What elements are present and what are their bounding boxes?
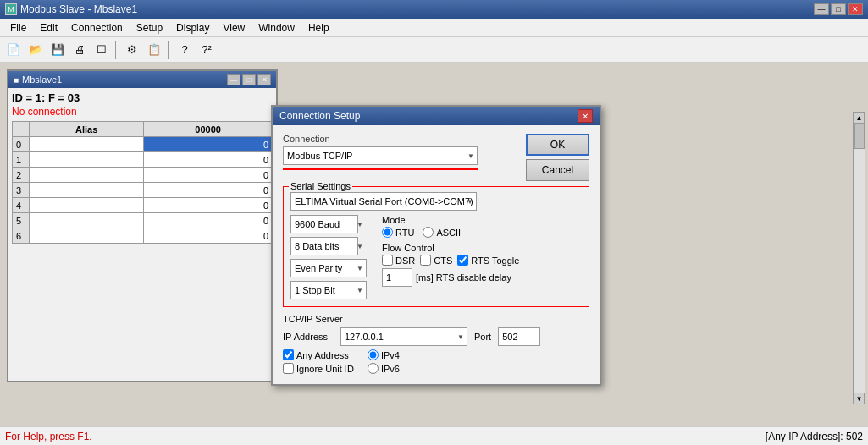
close-button[interactable]: ✕ (848, 3, 863, 15)
row-number: 2 (13, 168, 30, 183)
about-button[interactable]: ?² (196, 41, 217, 59)
ip-address-dropdown[interactable]: 127.0.0.1 (340, 327, 467, 346)
minimize-button[interactable]: — (814, 3, 829, 15)
tcp-ip-section: TCP/IP Server IP Address 127.0.0.1 Port (283, 314, 589, 374)
row-alias (30, 198, 144, 213)
toolbar-separator-2 (168, 41, 171, 59)
connection-border (283, 168, 478, 170)
stop-bits-dropdown[interactable]: 1 Stop Bit (290, 281, 367, 299)
menu-help[interactable]: Help (301, 20, 336, 36)
status-right: [Any IP Address]: 502 (766, 431, 863, 442)
cancel-button[interactable]: Cancel (526, 159, 589, 181)
status-bar: For Help, press F1. [Any IP Address]: 50… (0, 426, 868, 445)
menu-edit[interactable]: Edit (33, 20, 64, 36)
menu-view[interactable]: View (216, 20, 252, 36)
table-header-alias: Alias (30, 122, 144, 137)
row-value: 0 (144, 228, 273, 244)
print-button[interactable]: 🖨 (69, 41, 90, 59)
cts-checkbox[interactable] (420, 255, 431, 266)
options-row: Any Address Ignore Unit ID IPv4 (283, 349, 589, 374)
inner-title-bar: ■ Mbslave1 — □ ✕ (8, 71, 276, 88)
ipv6-option[interactable]: IPv6 (368, 363, 400, 374)
row-value: 0 (144, 168, 273, 183)
port-input[interactable] (498, 327, 540, 346)
connection-row: Connection Modbus TCP/IP OK Cancel (283, 134, 589, 181)
maximize-button[interactable]: □ (831, 3, 846, 15)
dialog-body: Connection Modbus TCP/IP OK Cancel Seri (273, 125, 600, 384)
cts-label: CTS (434, 255, 452, 266)
menu-connection[interactable]: Connection (64, 20, 130, 36)
table-row: 60 (13, 228, 273, 244)
new-button[interactable]: 📄 (3, 41, 24, 59)
ipv4-label: IPv4 (381, 350, 400, 360)
any-address-checkbox[interactable] (283, 349, 294, 360)
serial-right-col: Mode RTU ASCII (382, 215, 582, 299)
ok-button[interactable]: OK (526, 134, 589, 156)
menu-window[interactable]: Window (252, 20, 301, 36)
row-alias (30, 228, 144, 244)
dialog-close-button[interactable]: ✕ (578, 109, 593, 123)
inner-window-controls: — □ ✕ (227, 74, 271, 85)
menu-display[interactable]: Display (169, 20, 216, 36)
menu-file[interactable]: File (3, 20, 33, 36)
rts-toggle-label: RTS Toggle (471, 255, 519, 266)
serial-port-row: ELTIMA Virtual Serial Port (COM8->COM7) (290, 192, 582, 211)
row-number: 4 (13, 198, 30, 213)
inner-close-button[interactable]: ✕ (257, 74, 271, 85)
scroll-track (854, 124, 865, 393)
scroll-down-button[interactable]: ▼ (854, 393, 865, 404)
mode-radio-group: RTU ASCII (382, 227, 582, 238)
ipv4-radio[interactable] (368, 349, 379, 360)
scroll-thumb[interactable] (854, 124, 865, 149)
table-row: 50 (13, 213, 273, 228)
ignore-unit-id-option[interactable]: Ignore Unit ID (283, 363, 354, 374)
connection-dropdown[interactable]: Modbus TCP/IP (283, 146, 478, 165)
menu-setup[interactable]: Setup (130, 20, 169, 36)
scroll-up-button[interactable]: ▲ (854, 112, 865, 124)
mode-ascii-option[interactable]: ASCII (423, 227, 461, 238)
row-alias (30, 183, 144, 198)
rts-delay-input[interactable] (382, 268, 412, 287)
clipboard-button[interactable]: 📋 (144, 41, 164, 59)
save-button[interactable]: 💾 (47, 41, 68, 59)
row-number: 1 (13, 152, 30, 168)
dialog-buttons: OK Cancel (526, 134, 589, 181)
display-button[interactable]: ☐ (91, 41, 112, 59)
connection-left: Connection Modbus TCP/IP (283, 134, 512, 170)
ipv4-option[interactable]: IPv4 (368, 349, 400, 360)
dsr-option[interactable]: DSR (382, 255, 415, 266)
connect-button[interactable]: ⚙ (122, 41, 142, 59)
row-number: 0 (13, 137, 30, 152)
serial-main-row: 9600 Baud 8 Data bits Even Parity (290, 215, 582, 299)
mode-label: Mode (382, 215, 582, 225)
any-address-option[interactable]: Any Address (283, 349, 354, 360)
checkbox-col: Any Address Ignore Unit ID (283, 349, 354, 374)
ipv6-radio[interactable] (368, 363, 379, 374)
ipv6-label: IPv6 (381, 364, 400, 374)
mode-rtu-option[interactable]: RTU (382, 227, 414, 238)
data-bits-dropdown[interactable]: 8 Data bits (290, 237, 358, 255)
serial-port-dropdown[interactable]: ELTIMA Virtual Serial Port (COM8->COM7) (290, 192, 477, 211)
menu-bar: File Edit Connection Setup Display View … (0, 19, 868, 37)
dsr-label: DSR (395, 255, 415, 266)
inner-maximize-button[interactable]: □ (242, 74, 256, 85)
open-button[interactable]: 📂 (25, 41, 46, 59)
rts-toggle-option[interactable]: RTS Toggle (457, 255, 519, 266)
cts-option[interactable]: CTS (420, 255, 452, 266)
table-row: 20 (13, 168, 273, 183)
dsr-checkbox[interactable] (382, 255, 393, 266)
rts-toggle-checkbox[interactable] (457, 255, 468, 266)
parity-dropdown[interactable]: Even Parity (290, 259, 367, 277)
row-value: 0 (144, 198, 273, 213)
connection-label: Connection (283, 134, 512, 144)
help-button[interactable]: ? (174, 41, 195, 59)
baud-dropdown[interactable]: 9600 Baud (290, 215, 358, 233)
table-row: 10 (13, 152, 273, 168)
mode-rtu-radio[interactable] (382, 227, 393, 238)
serial-settings-group: Serial Settings ELTIMA Virtual Serial Po… (283, 186, 589, 307)
ignore-unit-id-checkbox[interactable] (283, 363, 294, 374)
data-table: Alias 00000 00102030405060 (12, 121, 273, 244)
row-value: 0 (144, 183, 273, 198)
inner-minimize-button[interactable]: — (227, 74, 240, 85)
mode-ascii-radio[interactable] (423, 227, 434, 238)
